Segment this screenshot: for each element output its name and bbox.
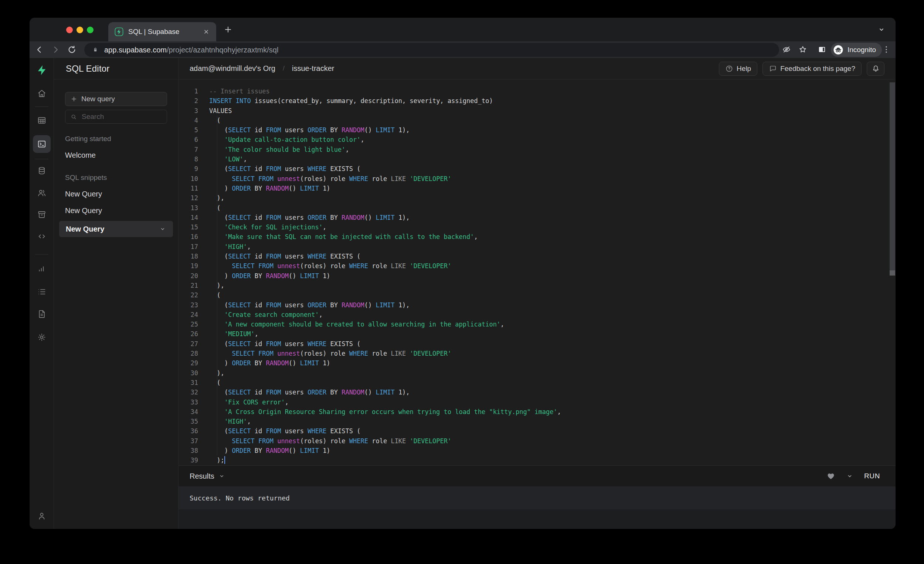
storage-icon[interactable] xyxy=(34,207,49,222)
code-line[interactable]: 39 ); xyxy=(178,455,887,465)
home-icon[interactable] xyxy=(34,86,49,101)
code-line[interactable]: 16 'Make sure that SQL can not be inject… xyxy=(178,232,887,242)
code-line[interactable]: 18 (SELECT id FROM users WHERE EXISTS ( xyxy=(178,251,887,261)
code-line[interactable]: 10 SELECT FROM unnest(roles) role WHERE … xyxy=(178,174,887,184)
speech-bubble-icon xyxy=(769,64,777,73)
database-icon[interactable] xyxy=(34,163,49,178)
code-line[interactable]: 4 ( xyxy=(178,115,887,125)
success-message: Success. No rows returned xyxy=(190,494,290,502)
code-line[interactable]: 24 'Create search component', xyxy=(178,310,887,320)
panel-header: SQL Editor xyxy=(54,58,178,79)
tab-search-chevron-icon[interactable] xyxy=(877,25,886,34)
code-line[interactable]: 9 (SELECT id FROM users WHERE EXISTS ( xyxy=(178,164,887,174)
code-line[interactable]: 22 ( xyxy=(178,290,887,300)
code-line[interactable]: 8 'LOW', xyxy=(178,154,887,164)
snippet-item[interactable]: New Query xyxy=(65,190,167,198)
code-line[interactable]: 36 (SELECT id FROM users WHERE EXISTS ( xyxy=(178,426,887,436)
code-line[interactable]: 21 ), xyxy=(178,281,887,290)
results-bar: Results RUN xyxy=(178,465,896,486)
code-line[interactable]: 38 ) ORDER BY RANDOM() LIMIT 1) xyxy=(178,446,887,455)
table-editor-icon[interactable] xyxy=(34,113,49,128)
code-line[interactable]: 17 'HIGH', xyxy=(178,242,887,251)
maximize-window-button[interactable] xyxy=(87,27,93,33)
code-line[interactable]: 32 (SELECT id FROM users ORDER BY RANDOM… xyxy=(178,387,887,397)
new-tab-button[interactable] xyxy=(223,25,233,34)
desktop-background: SQL | Supabase xyxy=(0,0,924,564)
supabase-logo-icon[interactable] xyxy=(34,63,49,78)
code-line[interactable]: 26 'MEDIUM', xyxy=(178,329,887,339)
run-button[interactable]: RUN xyxy=(864,472,880,480)
url-bar[interactable]: app.supabase.com/project/azahtnhqohyjerz… xyxy=(84,43,779,57)
line-number: 35 xyxy=(178,417,198,426)
snippet-item-selected[interactable]: New Query xyxy=(59,221,173,237)
code-line[interactable]: 20 ) ORDER BY RANDOM() LIMIT 1) xyxy=(178,271,887,281)
code-line[interactable]: 3VALUES xyxy=(178,106,887,115)
code-line[interactable]: 5 (SELECT id FROM users ORDER BY RANDOM(… xyxy=(178,125,887,135)
code-line[interactable]: 19 SELECT FROM unnest(roles) role WHERE … xyxy=(178,261,887,271)
edge-functions-icon[interactable] xyxy=(34,229,49,244)
code-line[interactable]: 35 'HIGH', xyxy=(178,417,887,426)
reports-icon[interactable] xyxy=(34,261,49,276)
logs-icon[interactable] xyxy=(34,284,49,299)
code-line[interactable]: 6 'Update call-to-action button color', xyxy=(178,135,887,144)
search-input[interactable]: Search xyxy=(65,110,167,124)
bookmark-star-icon[interactable] xyxy=(798,45,808,54)
browser-menu-icon[interactable] xyxy=(882,45,891,54)
line-number: 33 xyxy=(178,397,198,407)
code-line[interactable]: 13 ( xyxy=(178,203,887,213)
eye-off-icon[interactable] xyxy=(782,45,791,54)
line-number: 23 xyxy=(178,300,198,310)
account-icon[interactable] xyxy=(34,509,49,524)
page-title: SQL Editor xyxy=(66,64,110,74)
run-options-chevron-icon[interactable] xyxy=(846,472,854,480)
close-window-button[interactable] xyxy=(66,27,73,33)
sql-code-editor[interactable]: 1-- Insert issues2INSERT INTO issues(cre… xyxy=(178,80,896,465)
browser-tab[interactable]: SQL | Supabase xyxy=(108,22,216,41)
code-line[interactable]: 25 'A new component should be created to… xyxy=(178,320,887,329)
minimize-window-button[interactable] xyxy=(76,27,83,33)
settings-icon[interactable] xyxy=(34,330,49,345)
snippet-item[interactable]: Welcome xyxy=(65,151,167,160)
code-line[interactable]: 7 'The color should be light blue', xyxy=(178,145,887,154)
side-panel-icon[interactable] xyxy=(817,45,827,54)
breadcrumb-project[interactable]: issue-tracker xyxy=(292,64,334,73)
code-line[interactable]: 27 (SELECT id FROM users WHERE EXISTS ( xyxy=(178,339,887,349)
reload-icon[interactable] xyxy=(67,45,77,55)
code-line[interactable]: 30 ), xyxy=(178,368,887,378)
new-query-button[interactable]: New query xyxy=(65,92,167,106)
help-button[interactable]: Help xyxy=(719,62,757,76)
editor-scrollbar-thumb[interactable] xyxy=(890,82,895,275)
code-line[interactable]: 34 'A Cross Origin Resource Sharing erro… xyxy=(178,407,887,417)
editor-scrollbar[interactable] xyxy=(889,80,896,465)
auth-users-icon[interactable] xyxy=(34,186,49,200)
api-docs-icon[interactable] xyxy=(34,307,49,321)
results-dropdown[interactable]: Results xyxy=(190,472,225,480)
incognito-spy-icon xyxy=(833,44,844,55)
code-line[interactable]: 23 (SELECT id FROM users ORDER BY RANDOM… xyxy=(178,300,887,310)
code-line[interactable]: 33 'Fix CORS error', xyxy=(178,397,887,407)
line-number: 39 xyxy=(178,455,198,465)
code-line[interactable]: 31 ( xyxy=(178,378,887,387)
line-number: 10 xyxy=(178,174,198,184)
forward-icon[interactable] xyxy=(51,45,61,55)
code-line[interactable]: 12 ), xyxy=(178,193,887,203)
snippet-item[interactable]: New Query xyxy=(65,206,167,215)
favorite-heart-icon[interactable] xyxy=(826,472,835,480)
sql-editor-panel: SQL Editor New query Search Getting star… xyxy=(54,58,178,529)
line-number: 30 xyxy=(178,368,198,378)
code-line[interactable]: 14 (SELECT id FROM users ORDER BY RANDOM… xyxy=(178,213,887,222)
code-line[interactable]: 2INSERT INTO issues(created_by, summary,… xyxy=(178,96,887,106)
code-line[interactable]: 28 SELECT FROM unnest(roles) role WHERE … xyxy=(178,349,887,358)
code-line[interactable]: 11 ) ORDER BY RANDOM() LIMIT 1) xyxy=(178,184,887,193)
sql-editor-icon[interactable] xyxy=(33,135,51,153)
back-icon[interactable] xyxy=(34,45,44,55)
tab-close-icon[interactable] xyxy=(202,28,210,36)
feedback-button[interactable]: Feedback on this page? xyxy=(762,62,861,76)
breadcrumb-org[interactable]: adam@windmill.dev's Org xyxy=(190,64,275,73)
notifications-button[interactable] xyxy=(867,62,885,76)
code-line[interactable]: 37 SELECT FROM unnest(roles) role WHERE … xyxy=(178,436,887,446)
code-line[interactable]: 1-- Insert issues xyxy=(178,87,887,96)
code-line[interactable]: 15 'Check for SQL injections', xyxy=(178,222,887,232)
code-line[interactable]: 29 ) ORDER BY RANDOM() LIMIT 1) xyxy=(178,358,887,368)
rail-divider xyxy=(35,106,48,107)
